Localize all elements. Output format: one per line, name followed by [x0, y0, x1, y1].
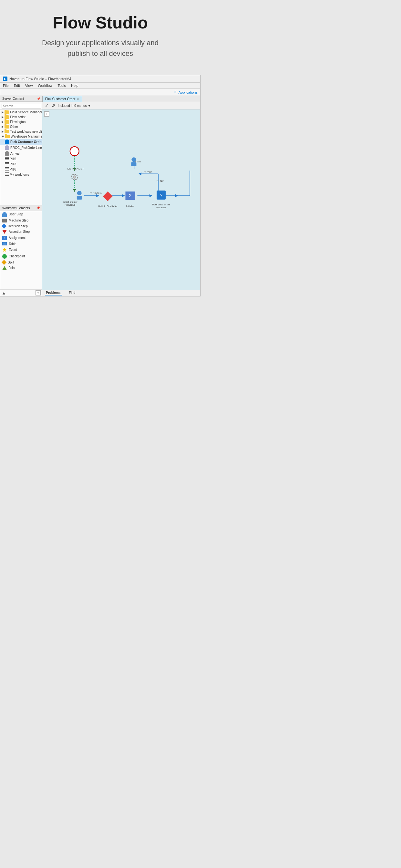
validate-button[interactable]: ✓	[45, 103, 49, 108]
tree-item-pl13[interactable]: Pl13	[0, 161, 42, 166]
sidebar-tree: Field Service Management (FSM) Flow scri…	[0, 110, 42, 205]
svg-text:Validate PickListNo: Validate PickListNo	[98, 205, 118, 207]
lines-file-icon2	[5, 162, 9, 166]
svg-text:Initialize: Initialize	[126, 205, 134, 207]
lines-file-icon3	[5, 167, 9, 171]
folder-icon	[5, 135, 10, 138]
workflow-elements-panel: Workflow Elements 📌 User Step Machine St…	[0, 205, 42, 296]
split-icon	[2, 259, 7, 265]
folder-icon	[4, 130, 9, 133]
sidebar-header: Server Content 📌	[0, 96, 42, 102]
lines-file-icon4	[5, 173, 9, 176]
tree-item-flowscript[interactable]: Flow script	[0, 115, 42, 120]
folder-icon	[4, 120, 9, 124]
element-decision-step[interactable]: Decision Step	[0, 223, 42, 229]
svg-text:✂ 'Yes': ✂ 'Yes'	[144, 170, 152, 174]
decision-step-icon	[2, 223, 7, 228]
svg-text:Σ: Σ	[129, 193, 132, 198]
tree-item-pl15[interactable]: Pl15	[0, 156, 42, 161]
tree-item-flowington[interactable]: Flowington	[0, 120, 42, 124]
tree-item-pickcustomer[interactable]: Pick Customer Order	[0, 139, 42, 145]
element-table[interactable]: Table	[0, 241, 42, 247]
tree-item-pl16[interactable]: Pl16	[0, 166, 42, 172]
svg-text:PickListNo: PickListNo	[65, 204, 75, 206]
hero-section: Flow Studio Design your applications vis…	[0, 0, 201, 68]
svg-point-17	[73, 176, 75, 178]
tree-item-warehouse[interactable]: Warehouse Managment	[0, 134, 42, 139]
person-file-icon2	[5, 145, 9, 150]
undo-button[interactable]: ↺	[51, 103, 55, 108]
svg-point-18	[77, 191, 82, 195]
app-window: ▶ Novacura Flow Studio – FlowMasterMJ Fi…	[0, 75, 201, 297]
tab-close-button[interactable]: ✕	[76, 97, 79, 101]
tree-item-fsm[interactable]: Field Service Management (FSM)	[0, 110, 42, 115]
status-tab-problems[interactable]: Problems	[45, 290, 62, 296]
folder-icon	[4, 111, 9, 114]
svg-rect-32	[131, 162, 136, 166]
machine-step-icon	[2, 219, 7, 222]
left-panel: Server Content 📌 Field Service Managemen…	[0, 96, 42, 296]
expand-icon	[2, 116, 4, 119]
tree-item-other[interactable]: Other	[0, 124, 42, 129]
checkpoint-icon	[2, 254, 7, 259]
tab-bar: Pick Customer Order ✕	[42, 96, 200, 102]
menu-bar: File Edit View Workflow Tools Help	[0, 83, 200, 89]
menu-view[interactable]: View	[25, 84, 33, 88]
hero-subtitle: Design your applications visually and pu…	[39, 37, 162, 59]
menu-tools[interactable]: Tools	[58, 84, 66, 88]
sidebar-search-input[interactable]	[2, 104, 41, 108]
tree-item-testwf[interactable]: Test workflows new clients	[0, 129, 42, 134]
element-assertion-step[interactable]: Assertion Step	[0, 229, 42, 235]
applications-button[interactable]: ✈ Applications	[174, 90, 197, 94]
menu-edit[interactable]: Edit	[14, 84, 20, 88]
menu-workflow[interactable]: Workflow	[38, 84, 52, 88]
tab-pick-customer-order[interactable]: Pick Customer Order ✕	[42, 96, 82, 102]
expand-icon	[2, 130, 4, 133]
tree-item-myworkflows[interactable]: My workflows	[0, 172, 42, 177]
svg-text:✂ Route 1: ✂ Route 1	[90, 191, 102, 194]
workflow-area: Pick Customer Order ✕ ✓ ↺ Included in 0 …	[42, 96, 200, 296]
tree-item-arrival[interactable]: Arrival	[0, 151, 42, 156]
lines-file-icon	[5, 157, 9, 161]
status-tab-find[interactable]: Find	[68, 290, 76, 296]
folder-icon	[4, 115, 9, 119]
element-split[interactable]: Split	[0, 259, 42, 265]
svg-point-31	[131, 157, 136, 162]
user-step-icon	[2, 212, 7, 217]
element-join[interactable]: Join	[0, 265, 42, 271]
hero-title: Flow Studio	[10, 13, 191, 32]
add-element-button[interactable]: +	[35, 290, 41, 296]
included-in-menus: Included in 0 menus ▼	[58, 104, 91, 107]
svg-text:?: ?	[160, 193, 162, 198]
status-bar: Problems Find	[42, 290, 200, 296]
collapse-icon	[2, 135, 4, 137]
expand-icon	[2, 121, 4, 123]
expand-icon	[2, 126, 4, 128]
scroll-up-icon[interactable]: ▲	[2, 290, 6, 296]
main-content: Server Content 📌 Field Service Managemen…	[0, 96, 200, 296]
pin-icon: 📌	[37, 97, 40, 100]
svg-rect-19	[77, 196, 82, 199]
title-bar-text: Novacura Flow Studio – FlowMasterMJ	[9, 77, 71, 81]
flow-diagram-svg: ✂ 'Yes' ✂ 'No' ✂ No DS_PICKLIST ✂ Route …	[42, 110, 200, 290]
title-bar: ▶ Novacura Flow Studio – FlowMasterMJ	[0, 75, 200, 83]
element-event[interactable]: Event	[0, 247, 42, 253]
workflow-toolbar: ✓ ↺ Included in 0 menus ▼	[42, 102, 200, 110]
element-checkpoint[interactable]: Checkpoint	[0, 253, 42, 259]
svg-text:Select or enter: Select or enter	[63, 201, 78, 203]
element-machine-step[interactable]: Machine Step	[0, 218, 42, 223]
tree-item-proc[interactable]: PROC_PickOrderLines	[0, 145, 42, 151]
element-user-step[interactable]: User Step	[0, 211, 42, 218]
menu-file[interactable]: File	[3, 84, 9, 88]
server-content-panel: Server Content 📌 Field Service Managemen…	[0, 96, 42, 205]
assertion-step-icon	[2, 230, 7, 234]
canvas-add-button[interactable]: +	[44, 112, 50, 117]
rocket-icon: ✈	[174, 90, 177, 94]
workflow-canvas: +	[42, 110, 200, 290]
assignment-icon: Σ	[2, 236, 7, 240]
element-assignment[interactable]: Σ Assignment	[0, 235, 42, 241]
elements-bottom-bar: ▲ +	[0, 289, 42, 296]
svg-marker-22	[103, 191, 113, 201]
person-file-icon	[5, 140, 9, 144]
menu-help[interactable]: Help	[71, 84, 79, 88]
